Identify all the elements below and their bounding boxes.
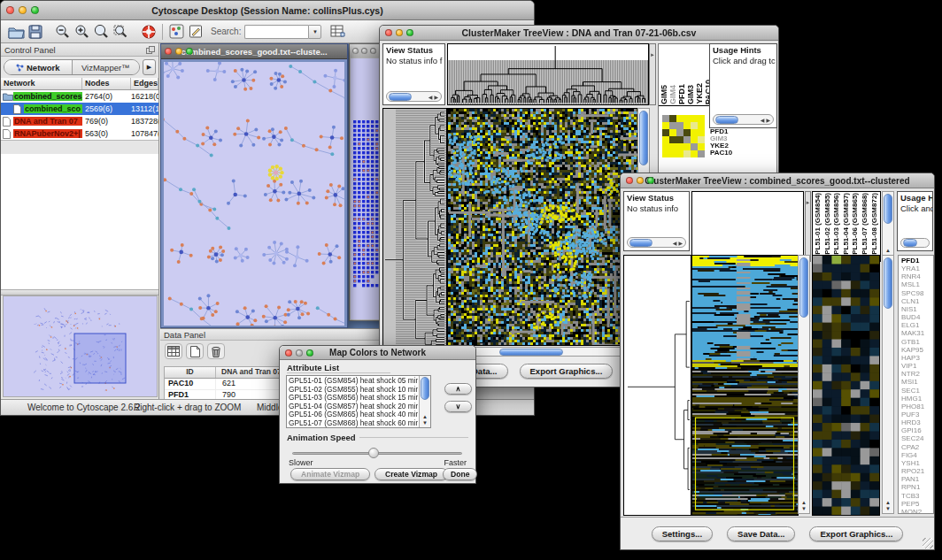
- close-button[interactable]: [6, 6, 14, 14]
- create-vizmap-button[interactable]: Create Vizmap: [374, 468, 448, 480]
- zoom-button[interactable]: [406, 29, 413, 36]
- network-col-header[interactable]: Edges: [131, 78, 158, 89]
- dialog-titlebar[interactable]: Map Colors to Network: [280, 346, 475, 360]
- zoom-button[interactable]: [370, 48, 376, 54]
- animate-vizmap-button[interactable]: Animate Vizmap: [290, 468, 370, 480]
- network-tab-icon: [16, 64, 24, 72]
- done-button[interactable]: Done: [443, 468, 477, 480]
- help-lifering-icon[interactable]: [139, 22, 158, 41]
- tv2-detail-heatmap-canvas[interactable]: [812, 255, 880, 516]
- resize-grip[interactable]: [923, 538, 933, 548]
- attribute-list-scrollbar[interactable]: ▲▼: [419, 376, 430, 427]
- move-down-button[interactable]: ∨: [444, 401, 472, 412]
- network-list-row[interactable]: combined_sco2569(6)13112(15): [1, 103, 158, 115]
- network-canvas[interactable]: [164, 62, 344, 326]
- import-table-icon[interactable]: [328, 22, 348, 41]
- tv2-row-dendrogram-canvas[interactable]: [623, 255, 691, 516]
- tv1-hints-scrollbar[interactable]: ◀▶: [713, 114, 774, 125]
- tv1-heatmap-canvas[interactable]: [447, 108, 638, 346]
- tv2-column-label: GPL51-01 (GSM854): [814, 193, 823, 260]
- zoom-button[interactable]: [31, 6, 39, 14]
- zoom-in-icon[interactable]: [72, 22, 91, 41]
- network-col-header[interactable]: Nodes: [82, 78, 131, 89]
- zoom-button[interactable]: [186, 48, 193, 55]
- tv1-cluster-matrix[interactable]: [662, 115, 705, 157]
- vizmapper-icon[interactable]: [166, 22, 186, 41]
- attribute-listbox[interactable]: GPL51-01 (GSM854) heat shock 05 minGPL51…: [286, 375, 431, 428]
- network-list-row[interactable]: RNAPuberNov2+|563(0)107847(0): [1, 127, 158, 140]
- open-file-icon[interactable]: [6, 22, 26, 41]
- attribute-list-item[interactable]: GPL51-06 (GSM865) heat shock 40 min: [287, 410, 418, 419]
- tv2-heatmap-vscrollbar[interactable]: ▲▼: [798, 255, 810, 514]
- network-window-1[interactable]: combined_scores_good.txt--cluste...: [160, 43, 348, 328]
- minimize-button[interactable]: [296, 349, 303, 357]
- delete-attribute-trash-icon[interactable]: [207, 343, 225, 359]
- zoom-fit-icon[interactable]: [91, 22, 111, 41]
- birdseye-view-canvas[interactable]: [3, 295, 158, 397]
- minimize-button[interactable]: [396, 29, 403, 36]
- matrix-cell: [676, 122, 683, 129]
- close-button[interactable]: [626, 177, 633, 184]
- attribute-list-item[interactable]: GPL51-01 (GSM854) heat shock 05 min: [287, 377, 418, 386]
- attribute-list-item[interactable]: GPL51-07 (GSM868) heat shock 60 min: [287, 419, 418, 428]
- tv2-column-label: GPL51-04 (GSM857): [842, 193, 852, 260]
- tv2-detail-vscrollbar[interactable]: ▲▼: [882, 255, 894, 514]
- close-button[interactable]: [165, 48, 172, 55]
- search-dropdown-button[interactable]: ▼: [308, 25, 321, 39]
- move-up-button[interactable]: ∧: [444, 383, 472, 395]
- annotation-icon[interactable]: [186, 22, 205, 41]
- export-graphics-button[interactable]: Export Graphics...: [809, 526, 903, 541]
- main-titlebar[interactable]: Cytoscape Desktop (Session Name: collins…: [1, 1, 534, 20]
- attribute-list-item[interactable]: GPL51-03 (GSM856) heat shock 15 min: [287, 394, 418, 403]
- treeview1-titlebar[interactable]: ClusterMaker TreeView : DNA and Tran 07-…: [380, 26, 778, 41]
- minimize-button[interactable]: [637, 177, 644, 184]
- network-col-header[interactable]: Network: [1, 78, 82, 89]
- zoom-selected-icon[interactable]: [111, 22, 130, 41]
- zoom-button[interactable]: [647, 177, 654, 184]
- slider-thumb[interactable]: [368, 448, 379, 458]
- close-button[interactable]: [385, 29, 392, 36]
- speed-slider[interactable]: [292, 448, 462, 458]
- zoom-button[interactable]: [306, 349, 313, 357]
- tv2-status-scrollbar[interactable]: ◀▶: [627, 237, 686, 248]
- tv1-column-dendrogram-canvas[interactable]: [447, 43, 649, 105]
- datapanel-col-id[interactable]: ID: [165, 367, 216, 378]
- network-list-row[interactable]: combined_scores_2764(0)16218(0): [1, 90, 158, 103]
- tab-vizmapper[interactable]: VizMapper™: [73, 60, 140, 74]
- matrix-cell: [691, 122, 698, 129]
- zoom-out-icon[interactable]: [52, 22, 72, 41]
- tv2-column-tree-panel[interactable]: [691, 191, 804, 262]
- close-button[interactable]: [352, 48, 359, 54]
- minimize-button[interactable]: [175, 48, 182, 55]
- matrix-cell: [662, 143, 669, 150]
- export-graphics-button[interactable]: Export Graphics...: [520, 364, 614, 379]
- search-label: Search:: [211, 27, 241, 36]
- save-data-button[interactable]: Save Data...: [727, 526, 795, 541]
- tv2-heatmap-canvas[interactable]: [691, 255, 799, 516]
- tv2-splitter-strip[interactable]: ▸: [805, 191, 811, 262]
- save-session-icon[interactable]: [26, 22, 45, 41]
- search-input[interactable]: [244, 25, 308, 39]
- slower-label: Slower: [289, 458, 313, 467]
- tv1-splitter-strip[interactable]: ▸: [649, 43, 656, 105]
- attribute-list-item[interactable]: GPL51-04 (GSM857) heat shock 20 min: [287, 403, 418, 411]
- tv2-collabel-scrollbar[interactable]: ▲▼: [882, 191, 894, 262]
- close-button[interactable]: [285, 349, 292, 357]
- minimize-button[interactable]: [19, 6, 27, 14]
- tv1-status-scrollbar[interactable]: ◀▶: [386, 91, 442, 102]
- tv1-row-dendrogram-canvas[interactable]: [382, 108, 447, 357]
- attribute-select-icon[interactable]: [165, 343, 182, 359]
- network-list-row[interactable]: DNA and Tran 07769(0)183728(0): [1, 115, 158, 127]
- treeview2-titlebar[interactable]: ClusterMaker TreeView : combined_scores_…: [621, 173, 934, 188]
- settings-button[interactable]: Settings...: [652, 526, 713, 541]
- network-table-header[interactable]: NetworkNodesEdges: [1, 78, 158, 90]
- minimize-button[interactable]: [361, 48, 367, 54]
- panel-splitter[interactable]: [1, 289, 158, 295]
- new-attribute-icon[interactable]: [186, 343, 204, 359]
- attribute-list-item[interactable]: GPL51-02 (GSM855) heat shock 10 min: [287, 386, 418, 395]
- tv2-hints-scrollbar[interactable]: [900, 238, 930, 248]
- float-panel-icon[interactable]: [146, 42, 155, 58]
- tv2-button-bar: Settings...Save Data...Export Graphics..…: [621, 517, 934, 549]
- tab-network[interactable]: Network: [4, 60, 73, 74]
- tab-overflow-button[interactable]: ▶: [143, 59, 156, 75]
